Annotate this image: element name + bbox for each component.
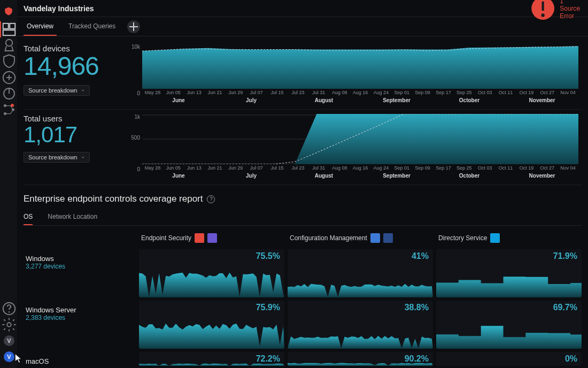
col-config-mgmt: Configuration Management	[288, 230, 433, 246]
info-icon[interactable]: ?	[207, 195, 215, 203]
tab-tracked-queries[interactable]: Tracked Queries	[65, 17, 119, 36]
col-directory: Directory Service	[436, 230, 582, 246]
y-tick: 0	[127, 90, 140, 96]
vendor-icon	[490, 233, 500, 243]
svg-point-10	[9, 311, 10, 313]
coverage-cell[interactable]: 69.7%	[436, 301, 582, 349]
coverage-row-label: Windows3,277 devices	[24, 249, 136, 297]
coverage-grid: Endpoint Security Configuration Manageme…	[24, 230, 582, 366]
devices-chart: 10k 0	[127, 44, 582, 105]
avatar: V	[4, 351, 14, 362]
breakdown-label: Source breakdown	[28, 154, 78, 160]
coverage-percent: 90.2%	[405, 354, 429, 364]
add-tab-button[interactable]	[127, 20, 140, 33]
coverage-row-label: Windows Server2,383 devices	[24, 301, 136, 349]
svg-point-11	[7, 323, 11, 327]
svg-rect-1	[10, 24, 15, 29]
left-nav: V V	[0, 0, 17, 368]
coverage-cell[interactable]: 72.2%	[139, 352, 284, 366]
os-name: Windows Server	[26, 306, 134, 314]
nav-source-icon[interactable]	[0, 70, 17, 86]
svg-point-13	[541, 13, 544, 17]
coverage-cell[interactable]: 38.8%	[288, 301, 433, 349]
nav-power-icon[interactable]	[0, 86, 17, 102]
coverage-cell[interactable]: 75.5%	[139, 249, 284, 297]
coverage-tabs: OS Network Location	[24, 209, 582, 226]
coverage-section-header: Enterprise endpoint controls coverage re…	[24, 185, 582, 209]
svg-rect-2	[3, 30, 16, 35]
page-title: Vandelay Industries	[24, 4, 94, 13]
page-header: Vandelay Industries 1 Source Error	[17, 0, 588, 17]
section-title: Enterprise endpoint controls coverage re…	[24, 194, 203, 204]
nav-connections-icon[interactable]	[0, 102, 17, 118]
app-logo-icon[interactable]	[4, 6, 13, 16]
nav-shield-icon[interactable]	[0, 53, 17, 70]
coverage-percent: 72.2%	[256, 354, 280, 364]
kpi-total-devices: Total devices 14,966 Source breakdown 10…	[24, 40, 582, 110]
os-name: macOS	[26, 357, 134, 365]
workspace-switcher-2[interactable]: V	[0, 349, 17, 365]
coverage-percent: 71.9%	[553, 251, 577, 261]
coverage-percent: 0%	[565, 354, 577, 364]
vendor-icon	[195, 233, 204, 243]
users-chart: 1k 500 0	[127, 114, 582, 180]
coverage-percent: 69.7%	[553, 303, 577, 312]
y-tick: 500	[127, 135, 140, 141]
svg-point-8	[4, 112, 6, 115]
main-tabs: Overview Tracked Queries	[17, 17, 588, 36]
nav-settings-icon[interactable]	[0, 317, 17, 333]
coverage-cell[interactable]: 90.2%	[288, 352, 433, 366]
breakdown-label: Source breakdown	[28, 87, 78, 94]
nav-dashboard-icon[interactable]	[0, 21, 17, 37]
y-tick: 10k	[127, 44, 140, 50]
coverage-cell[interactable]: 41%	[288, 249, 433, 297]
coverage-percent: 75.9%	[256, 303, 280, 312]
y-tick: 0	[127, 166, 140, 172]
tab-network-location[interactable]: Network Location	[48, 209, 97, 225]
svg-rect-0	[3, 24, 9, 29]
tab-overview[interactable]: Overview	[24, 17, 57, 36]
nav-help-icon[interactable]	[0, 301, 17, 317]
kpi-value: 14,966	[24, 53, 121, 80]
os-name: Windows	[26, 255, 134, 263]
source-breakdown-button[interactable]: Source breakdown	[24, 152, 90, 163]
y-tick: 1k	[127, 114, 140, 120]
col-endpoint-security: Endpoint Security	[139, 230, 284, 246]
chevron-down-icon	[81, 155, 85, 159]
coverage-percent: 38.8%	[405, 303, 429, 312]
plus-icon	[127, 20, 140, 33]
coverage-row-label: macOS	[24, 352, 136, 366]
workspace-switcher-1[interactable]: V	[0, 333, 17, 349]
svg-point-3	[6, 40, 13, 47]
vendor-icon	[370, 233, 380, 243]
vendor-icon	[383, 233, 393, 243]
nav-alerts-icon[interactable]	[0, 37, 17, 53]
coverage-cell[interactable]: 71.9%	[436, 249, 582, 297]
kpi-total-users: Total users 1,017 Source breakdown 1k 50…	[24, 110, 582, 185]
coverage-cell[interactable]: 75.9%	[139, 301, 284, 349]
source-breakdown-button[interactable]: Source breakdown	[24, 85, 90, 96]
device-count: 3,277 devices	[26, 263, 134, 270]
svg-point-6	[4, 104, 6, 107]
badge-dot-icon	[11, 104, 14, 107]
vendor-icon	[207, 233, 217, 243]
chevron-down-icon	[81, 88, 85, 93]
avatar: V	[4, 335, 14, 346]
tab-os[interactable]: OS	[24, 209, 33, 225]
kpi-value: 1,017	[24, 123, 121, 147]
coverage-cell[interactable]: 0%	[436, 352, 582, 366]
coverage-percent: 41%	[412, 251, 429, 261]
coverage-percent: 75.5%	[256, 251, 280, 261]
device-count: 2,383 devices	[26, 314, 134, 321]
